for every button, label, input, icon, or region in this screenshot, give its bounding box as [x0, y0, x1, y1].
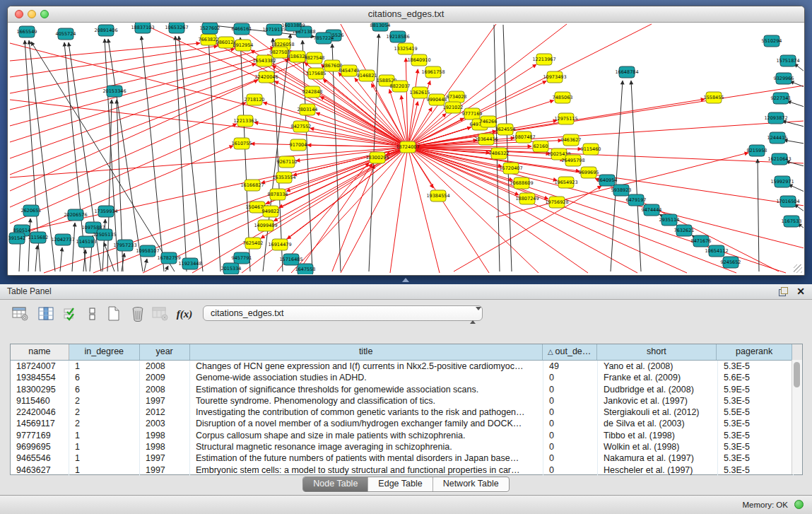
graph-node[interactable]: 9242848	[302, 86, 323, 98]
window-resize-grip[interactable]	[794, 264, 802, 273]
table-cell[interactable]: Investigating the contribution of common…	[190, 407, 543, 418]
table-row[interactable]: 977716911998Corpus callosum shape and si…	[11, 430, 802, 441]
minimize-window-button[interactable]	[28, 10, 36, 18]
table-row[interactable]: 2242004622012Investigating the contribut…	[11, 407, 802, 418]
show-column-button[interactable]	[37, 305, 55, 323]
column-header-year[interactable]: year	[140, 344, 190, 360]
table-cell[interactable]: 14569117	[11, 418, 69, 429]
graph-node[interactable]: 16914479	[268, 239, 291, 250]
delete-column-button[interactable]	[129, 305, 147, 323]
graph-node[interactable]: 1145193	[76, 236, 97, 247]
graph-node[interactable]: 9474444	[642, 204, 662, 216]
table-cell[interactable]: Yano et al. (2008)	[598, 361, 718, 372]
table-cell[interactable]: Embryonic stem cells: a model to study s…	[190, 465, 543, 476]
column-header-title[interactable]: title	[190, 344, 543, 360]
graph-node[interactable]: 2803144	[298, 104, 318, 115]
graph-node[interactable]: 11923448	[178, 258, 201, 269]
table-cell[interactable]: 6	[69, 384, 140, 395]
graph-node[interactable]: 1244415	[767, 132, 788, 144]
graph-node[interactable]: 7857224	[314, 33, 334, 44]
table-cell[interactable]: Nakamura et al. (1997)	[598, 452, 718, 464]
graph-node[interactable]: 10653267	[165, 23, 188, 33]
table-cell[interactable]: 1	[69, 441, 140, 452]
splitter-handle[interactable]	[402, 278, 409, 282]
graph-node[interactable]: 14099489	[254, 220, 277, 231]
graph-node[interactable]: 16166827	[240, 180, 264, 191]
graph-node[interactable]: 2935114	[659, 214, 680, 226]
graph-node[interactable]: 18300295	[365, 152, 389, 163]
graph-node[interactable]: 9457791	[232, 252, 252, 264]
graph-node[interactable]: 2620651	[21, 205, 42, 216]
graph-node[interactable]: 16648784	[615, 66, 638, 78]
graph-node[interactable]: 9777169	[462, 108, 483, 119]
graph-node[interactable]: 7625402	[243, 238, 264, 249]
table-cell[interactable]: 1	[69, 430, 140, 441]
table-selector-dropdown[interactable]: citations_edges.txt	[203, 305, 483, 321]
table-cell[interactable]: 5.3E-5	[718, 465, 794, 476]
scrollbar-thumb[interactable]	[794, 362, 800, 387]
table-cell[interactable]: Tibbo et al. (1998)	[598, 430, 718, 441]
zoom-window-button[interactable]	[40, 10, 49, 18]
table-cell[interactable]: 0	[543, 407, 598, 418]
graph-node[interactable]: 10958107	[136, 245, 159, 257]
graph-node[interactable]: 3175685	[306, 68, 326, 79]
table-cell[interactable]: 2003	[140, 418, 190, 429]
select-attributes-button[interactable]	[61, 305, 79, 323]
graph-node[interactable]: 9463627	[561, 134, 582, 146]
table-cell[interactable]: 2008	[140, 384, 190, 395]
table-row[interactable]: 1938455462009Genome-wide association stu…	[11, 372, 802, 383]
graph-node[interactable]: 8471676	[691, 235, 712, 247]
graph-node[interactable]: 19384554	[426, 190, 449, 201]
table-cell[interactable]: 2	[69, 395, 140, 407]
table-cell[interactable]: Tourette syndrome. Phenomenology and cla…	[190, 395, 543, 407]
graph-node[interactable]: 1921022	[443, 102, 464, 113]
graph-node[interactable]: 18837103	[131, 23, 154, 33]
graph-node[interactable]: 18807249	[515, 193, 539, 204]
graph-node[interactable]: 2015334	[221, 263, 242, 274]
table-cell[interactable]: 0	[543, 441, 598, 452]
table-cell[interactable]: 1997	[140, 465, 190, 476]
table-cell[interactable]: 0	[543, 418, 598, 429]
table-cell[interactable]: Corpus callosum shape and size in male p…	[190, 430, 543, 441]
graph-node[interactable]: 16961758	[421, 66, 445, 78]
delete-table-button-disabled[interactable]	[151, 305, 170, 323]
table-cell[interactable]: 2	[69, 407, 140, 418]
graph-node[interactable]: 1665549	[17, 26, 37, 37]
table-cell[interactable]: 9463627	[11, 465, 69, 476]
table-cell[interactable]: Estimation of the future numbers of pati…	[190, 452, 543, 464]
table-cell[interactable]: 0	[543, 465, 598, 476]
graph-node[interactable]: 5510294	[762, 35, 782, 47]
table-cell[interactable]: 0	[543, 430, 598, 441]
graph-node[interactable]: 7632621	[674, 225, 695, 236]
graph-node[interactable]: 9699695	[579, 167, 599, 178]
table-row[interactable]: 911546021997Tourette syndrome. Phenomeno…	[11, 395, 802, 407]
graph-node[interactable]: 4055724	[56, 28, 76, 40]
graph-node[interactable]: 10688609	[510, 177, 533, 189]
table-cell[interactable]: de Silva et al. (2003)	[598, 418, 718, 429]
table-cell[interactable]: Structural magnetic resonance image aver…	[190, 441, 543, 452]
graph-node[interactable]: 16210643	[767, 153, 791, 165]
graph-node[interactable]: 13325419	[394, 43, 417, 54]
graph-node[interactable]: 12042737	[51, 234, 74, 245]
graph-node[interactable]: 9267110	[277, 156, 298, 168]
graph-node[interactable]: 20891406	[94, 25, 117, 36]
table-cell[interactable]: 18300295	[11, 384, 69, 395]
graph-node[interactable]: 16353554	[272, 172, 295, 183]
graph-node[interactable]: 10973493	[543, 71, 566, 83]
table-cell[interactable]: 1997	[140, 452, 190, 464]
row-height-button[interactable]	[83, 305, 102, 323]
graph-node[interactable]: 19654923	[554, 177, 577, 188]
table-cell[interactable]: Stergiakouli et al. (2012)	[598, 407, 718, 418]
graph-node[interactable]: 8427552	[291, 121, 312, 132]
graph-node[interactable]: 1640954	[597, 175, 618, 186]
graph-node[interactable]: 18640910	[407, 54, 430, 66]
vertical-scrollbar[interactable]	[792, 360, 802, 474]
table-cell[interactable]: 1997	[140, 395, 190, 407]
graph-node[interactable]: 9329966	[774, 73, 794, 84]
tab-edge-table[interactable]: Edge Table	[367, 477, 432, 491]
table-cell[interactable]: 49	[543, 361, 598, 372]
table-row[interactable]: 1456911722003Disruption of a novel membe…	[11, 418, 802, 429]
table-cell[interactable]: Jankovic et al. (1997)	[598, 395, 718, 407]
table-row[interactable]: 1830029562008Estimation of significance …	[11, 384, 802, 395]
graph-node[interactable]: 7485063	[553, 92, 573, 103]
